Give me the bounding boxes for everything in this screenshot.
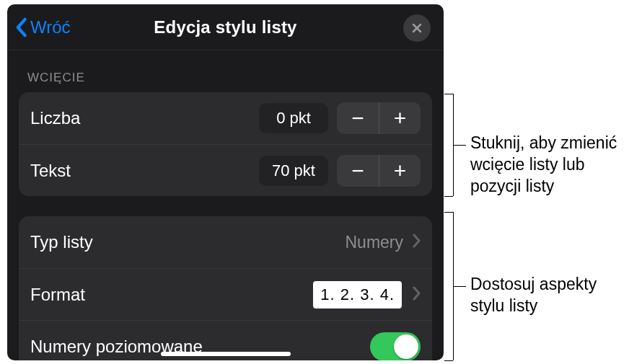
list-type-label: Typ listy (30, 232, 93, 252)
home-indicator (161, 352, 291, 356)
back-button[interactable]: Wróć (14, 4, 71, 50)
indent-text-row: Tekst 70 pkt − + (19, 144, 432, 196)
indent-number-value[interactable]: 0 pkt (259, 103, 328, 133)
indent-text-decrement[interactable]: − (337, 155, 379, 187)
section-label-indent: WCIĘCIE (7, 50, 444, 92)
list-type-value: Numery (345, 233, 403, 252)
indent-number-row: Liczba 0 pkt − + (19, 92, 432, 144)
close-button[interactable] (403, 14, 431, 42)
indent-text-value[interactable]: 70 pkt (259, 156, 328, 186)
chevron-right-icon (412, 234, 421, 251)
callout-bracket (444, 196, 453, 197)
edit-list-style-panel: Wróć Edycja stylu listy WCIĘCIE Liczba 0… (7, 4, 444, 360)
close-icon (411, 22, 423, 34)
callout-leader (453, 145, 466, 146)
chevron-right-icon (412, 286, 421, 303)
callout-leader (453, 286, 466, 287)
list-type-row[interactable]: Typ listy Numery (19, 216, 432, 268)
panel-title: Edycja stylu listy (154, 17, 296, 37)
indent-number-decrement[interactable]: − (337, 102, 379, 134)
back-label: Wróć (30, 17, 71, 37)
indent-number-label: Liczba (30, 108, 80, 128)
list-format-value: 1. 2. 3. 4. (313, 281, 402, 308)
callout-bracket (444, 212, 453, 213)
callout-text-indent: Stuknij, aby zmienić wcięcie listy lub p… (470, 133, 622, 197)
tiered-numbers-toggle[interactable] (370, 332, 421, 361)
indent-number-increment[interactable]: + (379, 102, 421, 134)
indent-number-stepper: − + (337, 102, 421, 134)
callout-text-style: Dostosuj aspekty stylu listy (470, 274, 615, 317)
list-style-group: Typ listy Numery Format 1. 2. 3. 4. Nume… (19, 216, 432, 360)
callout-bracket (444, 94, 453, 94)
indent-text-increment[interactable]: + (379, 155, 421, 187)
indent-text-stepper: − + (337, 155, 421, 187)
list-format-row[interactable]: Format 1. 2. 3. 4. (19, 268, 432, 320)
callout-bracket (444, 360, 453, 361)
indent-text-label: Tekst (30, 161, 71, 181)
list-format-label: Format (30, 285, 85, 305)
indent-group: Liczba 0 pkt − + Tekst 70 pkt − + (19, 92, 432, 196)
panel-header: Wróć Edycja stylu listy (7, 4, 444, 50)
chevron-left-icon (14, 17, 27, 37)
toggle-knob (394, 334, 418, 359)
